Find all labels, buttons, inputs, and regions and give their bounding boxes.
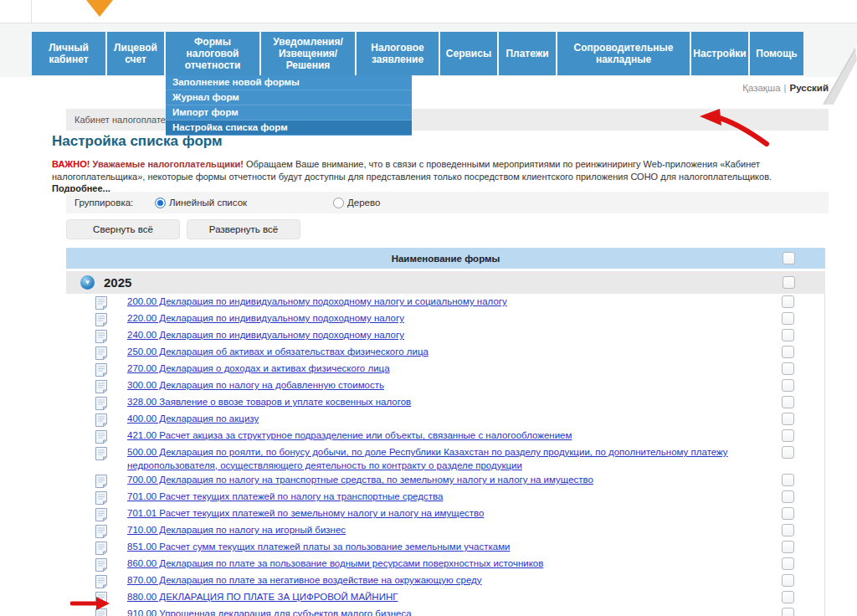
annotation-arrow-910 — [70, 596, 110, 611]
form-link[interactable]: 910.00 Упрощенная декларация для субъект… — [127, 608, 412, 616]
warning-important-label: ВАЖНО! — [52, 159, 90, 169]
form-link[interactable]: 250.00 Декларация об активах и обязатель… — [127, 346, 428, 359]
nav-tab[interactable]: Сервисы — [440, 32, 497, 75]
nav-tab[interactable]: Помощь — [750, 32, 803, 75]
language-link-kazakh[interactable]: Қазақша — [742, 83, 780, 93]
row-checkbox[interactable] — [782, 524, 794, 536]
row-checkbox[interactable] — [782, 329, 794, 341]
document-icon — [94, 446, 110, 461]
radio-button-icon[interactable] — [155, 198, 166, 208]
row-checkbox[interactable] — [782, 591, 794, 603]
left-divider — [31, 0, 32, 23]
table-row: 700.00 Декларация по налогу на транспорт… — [66, 472, 824, 489]
document-icon — [94, 329, 110, 344]
row-checkbox[interactable] — [782, 295, 794, 308]
document-icon — [94, 524, 110, 539]
row-checkbox[interactable] — [782, 362, 794, 375]
collapse-all-button[interactable]: Свернуть всё — [66, 219, 180, 239]
form-link[interactable]: 328.00 Заявление о ввозе товаров и уплат… — [127, 396, 411, 409]
grouping-radio-option[interactable]: Линейный список — [155, 198, 333, 208]
nav-tab[interactable]: Налоговое заявление — [357, 32, 439, 75]
row-checkbox[interactable] — [782, 429, 794, 442]
row-checkbox[interactable] — [782, 557, 794, 570]
form-link[interactable]: 880.00 ДЕКЛАРАЦИЯ ПО ПЛАТЕ ЗА ЦИФРОВОЙ М… — [127, 591, 398, 604]
nav-tab[interactable]: Настройки — [691, 32, 748, 75]
collapse-year-icon[interactable]: ▾ — [80, 275, 95, 290]
nav-tab-label: Формы налоговой отчетности — [168, 36, 257, 71]
warning-message: ВАЖНО! Уважаемые налогоплательщики! Обра… — [52, 158, 826, 195]
table-header-row: Наименование формы — [66, 248, 825, 269]
orange-pointer-icon — [83, 0, 116, 17]
row-checkbox[interactable] — [782, 446, 794, 459]
nav-tab-label: Помощь — [756, 48, 797, 59]
nav-tab-label: Личный кабинет — [34, 42, 103, 65]
nav-tab[interactable]: Личный кабинет — [32, 32, 105, 75]
dropdown-menu-item-label: Журнал форм — [172, 92, 239, 102]
nav-tab[interactable]: Формы налоговой отчетности — [166, 32, 259, 75]
nav-tab[interactable]: Уведомления/ Извещения/ Решения — [261, 32, 355, 75]
dropdown-menu-item[interactable]: Журнал форм — [166, 90, 412, 105]
row-checkbox[interactable] — [782, 379, 794, 392]
row-checkbox[interactable] — [782, 574, 794, 587]
table-header-label: Наименование формы — [66, 254, 825, 264]
grouping-radio-option[interactable]: Дерево — [333, 198, 511, 208]
table-row: 250.00 Декларация об активах и обязатель… — [66, 344, 824, 361]
form-link[interactable]: 270.00 Декларация о доходах и активах фи… — [127, 362, 390, 376]
form-link[interactable]: 870.00 Декларация по плате за негативное… — [127, 574, 482, 588]
form-link[interactable]: 220.00 Декларация по индивидуальному под… — [127, 312, 404, 326]
row-checkbox[interactable] — [782, 608, 794, 616]
row-checkbox[interactable] — [782, 507, 794, 520]
row-checkbox[interactable] — [782, 541, 794, 553]
grouping-label: Группировка: — [74, 198, 155, 208]
year-label: 2025 — [104, 275, 131, 290]
select-all-checkbox[interactable] — [783, 252, 795, 264]
document-icon — [94, 507, 110, 522]
row-checkbox[interactable] — [782, 346, 794, 358]
table-row: 701.01 Расчет текущих платежей по земель… — [66, 506, 824, 522]
nav-tab-label: Настройки — [693, 48, 746, 59]
language-separator: | — [784, 83, 787, 93]
nav-tab[interactable]: Платежи — [499, 32, 556, 75]
form-link[interactable]: 421.00 Расчет акциза за структурное подр… — [127, 429, 572, 443]
grouping-row: Группировка: Линейный список Дерево — [66, 192, 829, 213]
dropdown-menu-item[interactable]: Заполнение новой формы — [166, 75, 412, 90]
row-checkbox[interactable] — [782, 312, 794, 325]
form-link[interactable]: 710.00 Декларация по налогу на игорный б… — [127, 524, 346, 537]
nav-tab-label: Налоговое заявление — [359, 42, 436, 65]
row-checkbox[interactable] — [782, 490, 794, 503]
year-checkbox[interactable] — [783, 276, 795, 289]
form-link[interactable]: 860.00 Декларация по плате за пользовани… — [127, 557, 543, 571]
expand-all-button[interactable]: Развернуть всё — [187, 219, 300, 239]
nav-tab[interactable]: Лицевой счет — [107, 32, 164, 75]
form-link[interactable]: 701.01 Расчет текущих платежей по земель… — [127, 507, 484, 521]
row-checkbox[interactable] — [782, 396, 794, 408]
table-body: 200.00 Декларация по индивидуальному под… — [66, 294, 825, 616]
document-icon — [94, 413, 110, 428]
form-link[interactable]: 300.00 Декларация по налогу на добавленн… — [127, 379, 384, 393]
table-row: 870.00 Декларация по плате за негативное… — [66, 572, 824, 589]
table-row: 220.00 Декларация по индивидуальному под… — [66, 311, 824, 327]
row-checkbox[interactable] — [782, 413, 794, 425]
nav-tab[interactable]: Сопроводительные накладные — [557, 32, 690, 75]
form-link[interactable]: 701.00 Расчет текущих платежей по налогу… — [127, 490, 443, 504]
form-link[interactable]: 700.00 Декларация по налогу на транспорт… — [127, 474, 593, 487]
form-link[interactable]: 851.00 Расчет сумм текущих платежей плат… — [127, 541, 510, 554]
row-checkbox[interactable] — [782, 474, 794, 486]
language-link-russian[interactable]: Русский — [790, 83, 829, 93]
table-row: 270.00 Декларация о доходах и активах фи… — [66, 361, 824, 377]
table-row: 880.00 ДЕКЛАРАЦИЯ ПО ПЛАТЕ ЗА ЦИФРОВОЙ М… — [66, 589, 824, 606]
main-nav: Личный кабинет Лицевой счет Формы налого… — [32, 32, 803, 75]
dropdown-menu-item-label: Настройка списка форм — [172, 122, 288, 132]
radio-button-icon[interactable] — [333, 198, 344, 208]
dropdown-menu-item[interactable]: Импорт форм — [166, 105, 412, 121]
dropdown-menu-item[interactable]: Настройка списка форм — [166, 121, 412, 136]
language-switcher: Қазақша|Русский — [742, 83, 829, 93]
document-icon — [94, 574, 110, 589]
form-link[interactable]: 240.00 Декларация по индивидуальному под… — [127, 329, 404, 342]
grouping-option-label: Дерево — [347, 198, 380, 208]
warning-greeting: Уважаемые налогоплательщики! — [93, 159, 244, 169]
form-link[interactable]: 200.00 Декларация по индивидуальному под… — [127, 295, 507, 309]
document-icon — [94, 474, 110, 489]
form-link[interactable]: 400.00 Декларация по акцизу — [127, 413, 259, 426]
form-link[interactable]: 500.00 Декларация по роялти, по бонусу д… — [127, 446, 787, 472]
